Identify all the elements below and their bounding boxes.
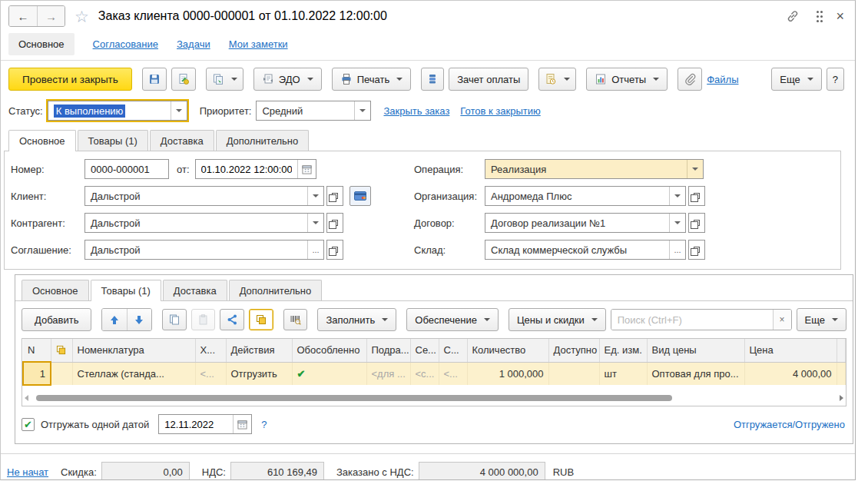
cell-n[interactable]: 1 (23, 362, 51, 385)
payment-schedule-button[interactable] (538, 68, 576, 91)
cell-nomenclature[interactable]: Стеллаж (станда... (72, 362, 195, 385)
edo-button[interactable]: ЭДО (253, 68, 322, 91)
counterparty-dropdown-icon[interactable] (307, 214, 323, 232)
cell-quantity[interactable]: 1 000,000 (467, 362, 548, 385)
tab-main[interactable]: Основное (8, 130, 76, 151)
cell-series[interactable]: <с... (410, 362, 439, 385)
col-price-kind[interactable]: Вид цены (647, 339, 744, 362)
close-order-link[interactable]: Закрыть заказ (383, 105, 449, 117)
save-button[interactable] (142, 68, 167, 91)
agreement-select[interactable]: Дальстрой ... (84, 240, 324, 260)
cell-separately[interactable]: ✔ (292, 362, 366, 385)
scroll-right-icon[interactable] (840, 395, 843, 401)
not-started-link[interactable]: Не начат (7, 466, 48, 478)
contract-select[interactable]: Договор реализации №1 (485, 213, 686, 233)
ready-to-close-link[interactable]: Готов к закрытию (460, 105, 540, 117)
cell-x[interactable]: <... (195, 362, 226, 385)
client-open-button[interactable] (326, 186, 343, 206)
post-document-button[interactable] (171, 68, 196, 91)
search-input[interactable] (611, 310, 773, 330)
search-clear-icon[interactable]: × (773, 310, 791, 330)
attach-button[interactable] (678, 68, 702, 91)
warehouse-open-button[interactable] (688, 240, 705, 260)
total-value[interactable]: 4 000 000,00 (419, 462, 545, 480)
status-select[interactable]: К выполнению (48, 101, 187, 121)
ship-date-help-icon[interactable]: ? (261, 419, 267, 430)
forward-button[interactable]: → (37, 6, 65, 26)
client-select[interactable]: Дальстрой (84, 186, 324, 206)
cell-s[interactable]: <... (439, 362, 467, 385)
tab-additional[interactable]: Дополнительно (216, 130, 310, 151)
organization-dropdown-icon[interactable] (669, 187, 685, 205)
paste-row-button[interactable] (191, 309, 216, 330)
more-button[interactable]: Еще (771, 68, 821, 91)
col-nomenclature[interactable]: Номенклатура (72, 339, 195, 362)
warehouse-choose-icon[interactable]: ... (669, 240, 685, 259)
nav-item-main[interactable]: Основное (8, 33, 75, 55)
counterparty-open-button[interactable] (326, 213, 343, 233)
registers-button[interactable] (421, 68, 444, 91)
copy-row-button[interactable] (162, 309, 187, 330)
move-up-icon[interactable] (102, 309, 127, 330)
split-row-button[interactable] (220, 309, 244, 330)
nav-item-tasks[interactable]: Задачи (177, 38, 210, 50)
cell-price-kind[interactable]: Оптовая для про... (647, 362, 744, 385)
add-row-button[interactable]: Добавить (22, 308, 91, 331)
organization-open-button[interactable] (688, 186, 705, 206)
reports-button[interactable]: Отчеты (586, 68, 668, 91)
discount-value[interactable]: 0,00 (101, 462, 190, 480)
calendar-icon[interactable] (297, 160, 316, 178)
print-button[interactable]: Печать (332, 68, 412, 91)
scrollbar-thumb[interactable] (36, 395, 672, 401)
contract-open-button[interactable] (688, 213, 705, 233)
date-input[interactable] (196, 160, 297, 178)
col-actions[interactable]: Действия (226, 339, 292, 362)
col-s[interactable]: С... (439, 339, 467, 362)
select-rows-button[interactable] (249, 309, 273, 330)
cell-actions[interactable]: Отгрузить (226, 362, 292, 385)
contract-dropdown-icon[interactable] (669, 214, 685, 232)
shipping-status-link[interactable]: Отгружается/Отгружено (734, 419, 845, 430)
tab-delivery[interactable]: Доставка (150, 130, 214, 151)
panel-tab-additional[interactable]: Дополнительно (229, 280, 323, 300)
col-quantity[interactable]: Количество (467, 339, 548, 362)
number-input[interactable] (84, 159, 169, 179)
ship-same-date-checkbox[interactable]: ✔ (22, 418, 35, 431)
priority-dropdown-icon[interactable] (354, 101, 370, 120)
operation-dropdown-icon[interactable] (687, 160, 703, 178)
calendar-icon[interactable] (233, 415, 251, 433)
more-menu-icon[interactable] (817, 11, 819, 13)
status-dropdown-icon[interactable] (171, 101, 187, 120)
favorite-star-icon[interactable]: ☆ (75, 8, 89, 25)
cell-division[interactable]: <для ... (366, 362, 410, 385)
payment-offset-button[interactable]: Зачет оплаты (449, 68, 528, 91)
files-link[interactable]: Файлы (707, 74, 738, 85)
post-and-close-button[interactable]: Провести и закрыть (8, 68, 132, 91)
col-unit[interactable]: Ед. изм. (599, 339, 647, 362)
organization-select[interactable]: Андромеда Плюс (485, 186, 686, 206)
help-button[interactable]: ? (827, 68, 844, 91)
cell-unit[interactable]: шт (599, 362, 647, 385)
ship-date-input[interactable] (159, 415, 233, 433)
close-icon[interactable]: × (836, 8, 844, 25)
goods-more-button[interactable]: Еще (797, 308, 846, 331)
create-based-on-button[interactable] (206, 68, 244, 91)
col-marker[interactable] (51, 339, 72, 362)
col-separately[interactable]: Обособленно (292, 339, 366, 362)
panel-tab-main[interactable]: Основное (22, 280, 89, 300)
barcode-scan-button[interactable] (283, 309, 308, 330)
cell-available[interactable] (548, 362, 599, 385)
col-available[interactable]: Доступно (548, 339, 599, 362)
agreement-choose-icon[interactable]: ... (307, 240, 323, 259)
panel-tab-goods[interactable]: Товары (1) (91, 280, 161, 301)
prices-discounts-button[interactable]: Цены и скидки (509, 308, 606, 331)
nav-item-approval[interactable]: Согласование (93, 38, 158, 50)
priority-select[interactable]: Средний (256, 101, 371, 121)
tab-goods[interactable]: Товары (1) (78, 130, 148, 151)
col-n[interactable]: N (23, 339, 51, 362)
col-series[interactable]: Се... (410, 339, 439, 362)
scrollbar-track[interactable] (31, 394, 837, 402)
col-x[interactable]: Х... (195, 339, 226, 362)
col-division[interactable]: Подра... (366, 339, 410, 362)
operation-select[interactable]: Реализация (485, 159, 704, 179)
